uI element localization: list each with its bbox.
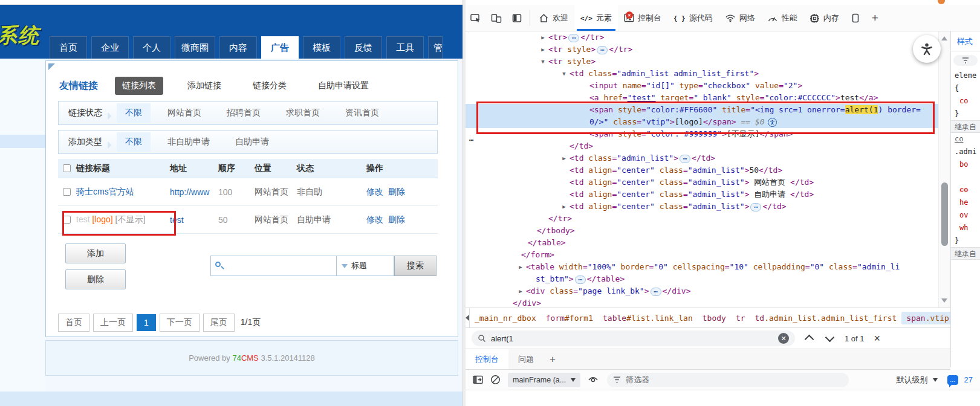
dom-node-line[interactable]: </tr> [466, 213, 950, 225]
filter-option-非自助申请[interactable]: 非自助申请 [159, 132, 218, 152]
page-btn-上一页[interactable]: 上一页 [93, 314, 133, 332]
styles-line[interactable] [951, 171, 980, 184]
expand-arrow-right-icon[interactable]: ▶ [516, 261, 525, 273]
devtools-tab-元素[interactable]: </>元素 [574, 5, 618, 31]
filter-option-自助申请[interactable]: 自助申请 [227, 132, 277, 152]
dom-node-line[interactable]: <span style="color: #999999">[不显示]</span… [466, 128, 950, 140]
ellipsis-expand-icon[interactable]: ⋯ [575, 276, 586, 284]
scroll-up-icon[interactable] [941, 36, 947, 40]
styles-line[interactable]: 继承自 [951, 120, 980, 133]
filter-option-资讯首页[interactable]: 资讯首页 [337, 103, 388, 123]
delete-button[interactable]: 删除 [65, 269, 126, 289]
live-expression-eye-icon[interactable] [588, 376, 599, 384]
ellipsis-expand-icon[interactable]: ⋯ [680, 155, 690, 163]
styles-line[interactable]: wh [951, 222, 980, 234]
ellipsis-expand-icon[interactable]: ⋯ [597, 46, 608, 54]
dom-node-line[interactable]: ▼<tr style> [466, 56, 950, 68]
nav-tab-工具[interactable]: 工具 [386, 36, 424, 59]
dom-node-line[interactable]: </td> [466, 140, 950, 152]
cell-url[interactable]: http://www [170, 187, 218, 197]
inspect-icon[interactable] [466, 5, 486, 31]
op-link-删除[interactable]: 删除 [388, 214, 405, 224]
cell-link-title[interactable]: 骑士cms官方站 [76, 187, 170, 198]
dom-node-line[interactable]: ▶<td class="admin_list">⋯</td> [466, 152, 950, 164]
breadcrumb-item-tbody[interactable]: tbody [698, 312, 731, 324]
page-btn-1[interactable]: 1 [137, 314, 156, 331]
dom-node-line[interactable]: </tbody> [466, 225, 950, 237]
breadcrumb-item-_main_nr_dbox[interactable]: _main_nr_dbox [470, 312, 541, 324]
nav-tab-反馈[interactable]: 反馈 [345, 36, 382, 59]
filter-option-不限[interactable]: 不限 [117, 103, 151, 123]
drawer-tab-问题[interactable]: 问题 [508, 349, 544, 369]
dom-node-line[interactable]: ▶<tr>⋯</tr> [466, 31, 950, 44]
nav-tab-内容[interactable]: 内容 [219, 36, 257, 59]
breadcrumb-item-tr[interactable]: tr [731, 312, 750, 324]
styles-line[interactable]: ov [951, 209, 980, 222]
find-previous-icon[interactable] [803, 332, 816, 344]
filter-option-求职首页[interactable]: 求职首页 [277, 103, 328, 123]
device-icon[interactable] [486, 5, 507, 31]
dom-node-line[interactable]: <a href="test" target="_blank" style="co… [466, 92, 950, 104]
scroll-down-icon[interactable] [941, 298, 947, 303]
selected-node-gutter-dots[interactable]: ⋯ [469, 134, 474, 146]
op-link-删除[interactable]: 删除 [388, 187, 405, 196]
adorner-person-icon[interactable] [768, 118, 777, 127]
styles-line[interactable]: co [951, 95, 980, 108]
page-btn-下一页[interactable]: 下一页 [160, 314, 200, 332]
ellipsis-expand-icon[interactable]: ⋯ [750, 203, 761, 211]
close-icon[interactable]: × [874, 332, 881, 345]
cell-url[interactable]: test [170, 215, 218, 225]
styles-line[interactable]: co [951, 133, 980, 146]
devtools-tab-内存[interactable]: 内存 [803, 5, 845, 31]
op-link-修改[interactable]: 修改 [366, 214, 383, 224]
row-checkbox[interactable] [63, 216, 71, 224]
messages-bubble-icon[interactable]: … [947, 375, 958, 385]
styles-filter-pill[interactable] [953, 55, 978, 66]
search-button[interactable]: 搜索 [394, 256, 436, 276]
styles-line[interactable]: eleme [951, 69, 980, 82]
devtools-tab-欢迎[interactable]: 欢迎 [533, 5, 574, 31]
devtools-tab-网络[interactable]: 网络 [719, 5, 761, 31]
dom-node-line[interactable]: ▶<table width="100%" border="0" cellspac… [466, 261, 950, 273]
op-link-修改[interactable]: 修改 [366, 187, 383, 196]
styles-line[interactable]: } [951, 108, 980, 120]
module-tab-自助申请设置[interactable]: 自助申请设置 [311, 77, 376, 95]
dom-node-line[interactable]: <input name="id[]" type="checkbox" value… [466, 80, 950, 92]
find-input[interactable]: alert(1 ✕ [472, 330, 795, 346]
styles-line[interactable]: { [951, 82, 980, 95]
dom-node-line[interactable]: ▶<div class="page link_bk">⋯</div> [466, 285, 950, 297]
nav-tab-企业[interactable]: 企业 [91, 36, 129, 59]
dom-node-line[interactable]: <td align="center" class="admin_list">50… [466, 164, 950, 176]
dom-node-line[interactable]: <span style="color:#FF6600" title="<img … [466, 104, 950, 116]
breadcrumb-item-span[interactable]: span.vtip [901, 312, 950, 324]
elements-scrollbar[interactable] [938, 31, 950, 308]
filter-option-网站首页[interactable]: 网站首页 [159, 103, 210, 123]
styles-line[interactable]: .admi [951, 146, 980, 158]
styles-line[interactable]: bo [951, 158, 980, 171]
app-icon[interactable] [845, 5, 866, 31]
styles-line[interactable]: he [951, 196, 980, 209]
dom-node-line[interactable]: </form> [466, 249, 950, 261]
devtools-tab-源代码[interactable]: { }源代码 [667, 5, 719, 31]
module-tab-添加链接[interactable]: 添加链接 [180, 77, 229, 95]
find-next-icon[interactable] [824, 332, 836, 344]
expand-arrow-right-icon[interactable]: ▶ [560, 201, 568, 213]
drawer-add-tab-icon[interactable]: + [544, 349, 562, 369]
styles-line[interactable]: 继承自 [951, 247, 980, 260]
console-filter-input[interactable]: 筛选器 [607, 373, 849, 387]
dom-node-line[interactable]: ▶<tr style>⋯</tr> [466, 44, 950, 56]
filter-option-不限[interactable]: 不限 [117, 132, 151, 152]
search-field-dropdown[interactable]: 标题 [336, 256, 394, 276]
module-tab-链接列表[interactable]: 链接列表 [115, 77, 163, 95]
breadcrumb-item-table[interactable]: table#list.link_lan [598, 312, 698, 324]
expand-arrow-down-icon[interactable]: ▼ [560, 68, 568, 80]
page-btn-首页[interactable]: 首页 [58, 314, 89, 332]
console-sidebar-icon[interactable] [473, 375, 483, 384]
row-checkbox[interactable] [63, 188, 71, 196]
dom-node-line[interactable]: ▼<td class="admin_list admin_list_first"… [466, 68, 950, 80]
dom-node-line[interactable]: ▶<td align="center" class="admin_list">⋯… [466, 201, 950, 213]
nav-tab-模板[interactable]: 模板 [303, 36, 340, 59]
clear-console-icon[interactable] [490, 375, 501, 385]
page-btn-尾页[interactable]: 尾页 [203, 314, 235, 332]
breadcrumb-item-td[interactable]: td.admin_list.admin_list_first [750, 312, 902, 324]
